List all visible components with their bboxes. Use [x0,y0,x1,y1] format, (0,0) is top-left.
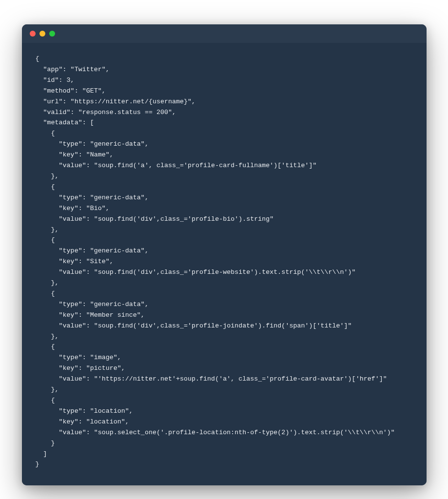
maximize-icon[interactable] [49,31,55,37]
code-window: { "app": "Twitter", "id": 3, "method": "… [22,24,427,485]
code-content: { "app": "Twitter", "id": 3, "method": "… [36,54,413,470]
minimize-icon[interactable] [39,31,45,37]
window-titlebar [22,24,427,43]
code-area: { "app": "Twitter", "id": 3, "method": "… [22,43,427,485]
close-icon[interactable] [30,31,36,37]
